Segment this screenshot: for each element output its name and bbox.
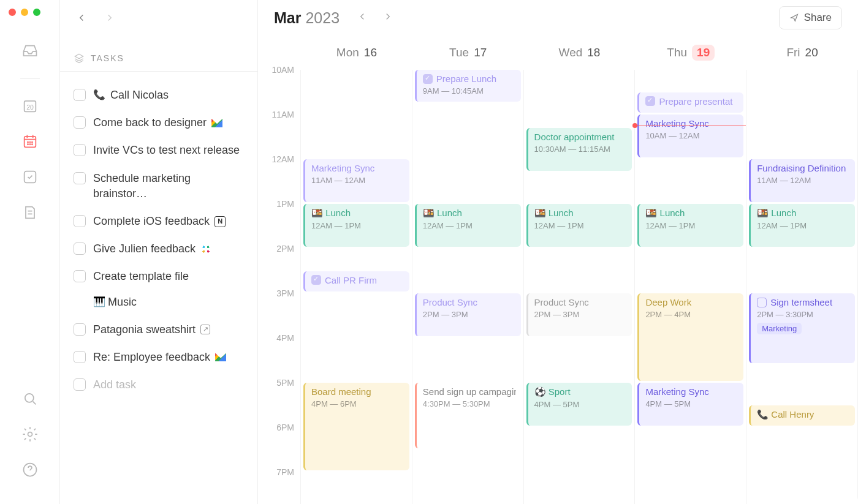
task-item[interactable]: Invite VCs to test next release [69,137,249,164]
task-text: Patagonia sweatshirt [93,322,244,337]
task-text: Schedule marketing brainstor… [93,171,244,201]
search-icon[interactable] [21,390,39,407]
calendar-event[interactable]: Board meeting4PM — 6PM [303,383,409,470]
slack-icon [200,244,211,255]
gear-icon[interactable] [21,426,39,443]
external-link-icon [200,325,210,334]
time-label: 3PM [276,288,294,298]
note-icon[interactable] [21,204,39,221]
sidebar-header[interactable]: TASKS [60,45,257,72]
event-checkbox-icon[interactable] [311,275,321,285]
time-label: 4PM [276,333,294,343]
task-checkbox[interactable] [74,116,86,129]
calendar-event[interactable]: Doctor appointment10:30AM — 11:15AM [526,128,632,171]
calendar-event[interactable]: Fundraising Definition11AM — 12AM [749,159,855,202]
calendar-event[interactable]: 🍱 Lunch12AM — 1PM [526,204,632,247]
calendar-event[interactable]: Send sign up campagin4:30PM — 5:30PM [415,383,521,448]
calendar-event[interactable]: Marketing Sync4PM — 5PM [637,383,743,426]
task-checkbox[interactable] [74,323,86,336]
event-checkbox-icon[interactable] [757,298,767,307]
sidebar-title: TASKS [91,53,124,63]
time-label: 1PM [276,199,294,209]
task-checkbox[interactable] [74,270,86,282]
calendar-event[interactable]: Product Sync2PM — 3PM [526,293,632,336]
notion-icon: N [214,216,226,227]
gmail-icon [215,353,226,361]
nav-rail: 20 [0,0,60,504]
svg-point-8 [31,144,32,145]
svg-point-10 [25,394,34,402]
inbox-icon[interactable] [21,43,39,60]
task-item[interactable]: Re: Employee feedback [69,344,249,371]
day-column[interactable]: Prepare presentatMarketing Sync10AM — 12… [635,70,746,504]
day-column[interactable]: Doctor appointment10:30AM — 11:15AM🍱 Lun… [524,70,636,504]
task-text: Complete iOS feedbackN [93,214,244,229]
share-icon [789,13,799,23]
task-checkbox[interactable] [74,351,86,363]
svg-point-5 [31,142,32,143]
calendar-icon[interactable] [21,133,39,150]
calendar-event[interactable]: ⚽ Sport4PM — 5PM [526,383,632,426]
day-column[interactable]: Marketing Sync11AM — 12AM🍱 Lunch12AM — 1… [301,70,412,504]
calendar-event[interactable]: Marketing Sync10AM — 12AM [637,115,743,157]
calendar-event[interactable]: Sign termsheet2PM — 3:30PMMarketing [749,293,855,363]
task-item[interactable]: Come back to designer [69,109,249,137]
calendar-event[interactable]: 🍱 Lunch12AM — 1PM [415,204,521,247]
time-label: 6PM [276,423,294,432]
main: Mar 2023 Share Mon 16Tue 17Wed 18Thu 19F… [258,0,858,504]
phone-icon: 📞 [93,88,105,102]
calendar-event[interactable]: 🍱 Lunch12AM — 1PM [749,204,855,247]
now-indicator [635,126,746,126]
day-header[interactable]: Wed 18 [524,36,636,70]
day-header[interactable]: Thu 19 [635,36,746,70]
calendar-event[interactable]: Deep Work2PM — 4PM [637,293,743,381]
next-month-button[interactable] [382,11,393,24]
calendar-event[interactable]: Product Sync2PM — 3PM [415,293,521,336]
task-item[interactable]: Patagonia sweatshirt [69,316,249,344]
event-checkbox-icon[interactable] [423,74,433,84]
time-label: 2PM [276,244,294,254]
task-item[interactable]: Create template file🎹Music [69,263,249,315]
calendar-event[interactable]: Prepare presentat [637,92,743,113]
task-item[interactable]: Complete iOS feedbackN [69,208,249,235]
task-checkbox[interactable] [74,243,86,255]
help-icon[interactable] [21,461,39,478]
checkbox-icon[interactable] [21,168,39,186]
sidebar: TASKS 📞Call NicolasCome back to designer… [60,0,258,504]
date-square-icon[interactable]: 20 [21,97,39,115]
calendar-event[interactable]: 📞 Call Henry [749,405,855,426]
main-header: Mar 2023 Share [258,0,858,36]
svg-point-3 [27,142,28,143]
task-checkbox[interactable] [74,89,86,101]
calendar-event[interactable]: 🍱 Lunch12AM — 1PM [303,204,409,247]
calendar-body[interactable]: 10AM11AM12AM1PM2PM3PM4PM5PM6PM7PM Market… [258,70,858,504]
day-header-row: Mon 16Tue 17Wed 18Thu 19Fri 20 [258,36,858,70]
day-header[interactable]: Tue 17 [412,36,524,70]
day-header[interactable]: Fri 20 [746,36,858,70]
prev-month-button[interactable] [357,11,368,24]
event-checkbox-icon[interactable] [645,96,655,106]
calendar-event[interactable]: 🍱 Lunch12AM — 1PM [637,204,743,247]
day-column[interactable]: Prepare Lunch9AM — 10:45AM🍱 Lunch12AM — … [412,70,524,504]
calendar-event[interactable]: Prepare Lunch9AM — 10:45AM [415,70,521,102]
task-item[interactable]: Schedule marketing brainstor… [69,165,249,208]
task-text: Give Julien feedback [93,241,244,257]
task-item[interactable]: Give Julien feedback [69,235,249,263]
task-checkbox[interactable] [74,215,86,227]
task-item[interactable]: 📞Call Nicolas [69,81,249,109]
task-list: 📞Call NicolasCome back to designerInvite… [60,72,257,408]
task-checkbox [74,378,86,391]
share-button[interactable]: Share [779,6,842,29]
calendar-event[interactable]: Call PR Firm [303,271,409,292]
calendar-event[interactable]: Marketing Sync11AM — 12AM [303,159,409,202]
add-task-button[interactable]: Add task [69,371,249,399]
task-text: Re: Employee feedback [93,350,244,365]
task-text: Create template file🎹Music [93,269,244,309]
task-checkbox[interactable] [74,144,86,156]
time-label: 12AM [271,154,294,164]
svg-point-6 [27,144,28,145]
task-checkbox[interactable] [74,172,86,184]
day-header[interactable]: Mon 16 [301,36,412,70]
time-label: 10AM [271,65,294,75]
day-column[interactable]: Fundraising Definition11AM — 12AM🍱 Lunch… [746,70,858,504]
